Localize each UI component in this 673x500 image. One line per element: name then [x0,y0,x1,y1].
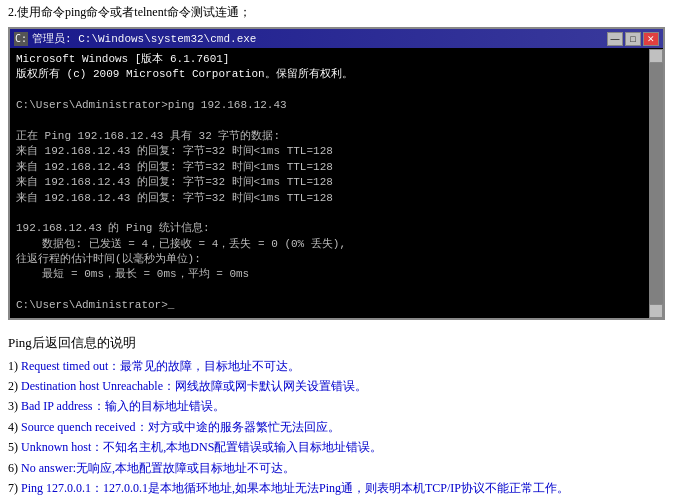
cmd-window: C: 管理员: C:\Windows\system32\cmd.exe — □ … [8,27,665,320]
cmd-line: 往返行程的估计时间(以毫秒为单位): [16,252,657,267]
cmd-line: 来自 192.168.12.43 的回复: 字节=32 时间<1ms TTL=1… [16,175,657,190]
cmd-titlebar: C: 管理员: C:\Windows\system32\cmd.exe — □ … [10,29,663,48]
item-number: 5) [8,440,18,454]
item-text: No answer:无响应,本地配置故障或目标地址不可达。 [21,461,295,475]
cmd-line [16,206,657,221]
item-number: 3) [8,399,18,413]
scroll-down-button[interactable]: ▼ [649,304,663,318]
item-text: Request timed out：最常见的故障，目标地址不可达。 [21,359,300,373]
cmd-line [16,83,657,98]
cmd-line: 版权所有 (c) 2009 Microsoft Corporation。保留所有… [16,67,657,82]
item-text: Source quench received：对方或中途的服务器繁忙无法回应。 [21,420,340,434]
scroll-track [649,63,663,304]
cmd-line: 192.168.12.43 的 Ping 统计信息: [16,221,657,236]
list-item: 4) Source quench received：对方或中途的服务器繁忙无法回… [8,417,665,437]
instruction-text: 2.使用命令ping命令或者telnent命令测试连通； [0,0,673,27]
cmd-line: 来自 192.168.12.43 的回复: 字节=32 时间<1ms TTL=1… [16,160,657,175]
cmd-line [16,283,657,298]
list-item: 1) Request timed out：最常见的故障，目标地址不可达。 [8,356,665,376]
list-item: 7) Ping 127.0.0.1：127.0.0.1是本地循环地址,如果本地址… [8,478,665,498]
cmd-body: Microsoft Windows [版本 6.1.7601]版权所有 (c) … [10,48,663,318]
cmd-line [16,114,657,129]
item-text: Destination host Unreachable：网线故障或网卡默认网关… [21,379,367,393]
item-number: 2) [8,379,18,393]
item-number: 4) [8,420,18,434]
list-item: 6) No answer:无响应,本地配置故障或目标地址不可达。 [8,458,665,478]
cmd-line: 来自 192.168.12.43 的回复: 字节=32 时间<1ms TTL=1… [16,191,657,206]
maximize-button[interactable]: □ [625,32,641,46]
cmd-line: 数据包: 已发送 = 4，已接收 = 4，丢失 = 0 (0% 丢失), [16,237,657,252]
item-number: 7) [8,481,18,495]
scrollbar[interactable]: ▲ ▼ [649,49,663,318]
cmd-line: C:\Users\Administrator>_ [16,298,657,313]
item-number: 6) [8,461,18,475]
item-text: Bad IP address：输入的目标地址错误。 [21,399,225,413]
list-item: 2) Destination host Unreachable：网线故障或网卡默… [8,376,665,396]
close-button[interactable]: ✕ [643,32,659,46]
item-text: Ping 127.0.0.1：127.0.0.1是本地循环地址,如果本地址无法P… [21,481,569,495]
scroll-up-button[interactable]: ▲ [649,49,663,63]
cmd-line: 正在 Ping 192.168.12.43 具有 32 字节的数据: [16,129,657,144]
cmd-line: 来自 192.168.12.43 的回复: 字节=32 时间<1ms TTL=1… [16,144,657,159]
info-list: 1) Request timed out：最常见的故障，目标地址不可达。2) D… [0,356,673,500]
section-title: Ping后返回信息的说明 [0,328,673,356]
cmd-title: 管理员: C:\Windows\system32\cmd.exe [32,31,256,46]
cmd-line: 最短 = 0ms，最长 = 0ms，平均 = 0ms [16,267,657,282]
list-item: 5) Unknown host：不知名主机,本地DNS配置错误或输入目标地址错误… [8,437,665,457]
item-text: Unknown host：不知名主机,本地DNS配置错误或输入目标地址错误。 [21,440,382,454]
list-item: 3) Bad IP address：输入的目标地址错误。 [8,396,665,416]
item-number: 1) [8,359,18,373]
minimize-button[interactable]: — [607,32,623,46]
cmd-line: C:\Users\Administrator>ping 192.168.12.4… [16,98,657,113]
cmd-line: Microsoft Windows [版本 6.1.7601] [16,52,657,67]
cmd-icon: C: [14,32,28,46]
